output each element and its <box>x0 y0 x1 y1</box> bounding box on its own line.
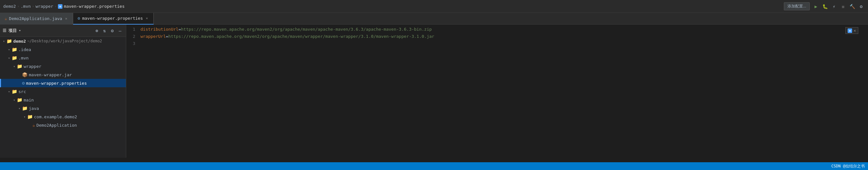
folder-idea-icon: 📁 <box>12 47 17 52</box>
props-file-icon: ⚙ <box>78 16 80 21</box>
folder-src-icon: 📁 <box>12 89 17 94</box>
new-file-icon[interactable]: ⊕ <box>94 28 100 34</box>
folder-java-icon: 📁 <box>22 106 28 111</box>
sidebar: ☰ 项目 ▾ ⊕ ⇅ ⚙ — ▾ 📁 demo2 ~/Desktop/work/… <box>0 25 126 158</box>
tree-item-java[interactable]: ▾ 📁 java <box>0 104 126 112</box>
breadcrumb-sep-2: › <box>32 4 34 8</box>
key-1: distributionUrl <box>141 27 178 32</box>
line-num-1: 1 <box>126 26 135 33</box>
tab-demo2application-label: Demo2Application.java <box>9 16 62 21</box>
minimize-icon[interactable]: — <box>117 28 123 34</box>
folder-wrapper-icon: 📁 <box>17 64 22 69</box>
settings-sidebar-icon[interactable]: ⚙ <box>109 28 116 34</box>
val-1: https://repo.maven.apache.org/maven2/org… <box>181 27 432 32</box>
jar-file-icon: 📦 <box>22 72 28 77</box>
selection-stripe <box>0 121 1 129</box>
tree-item-jar[interactable]: ▾ 📦 maven-wrapper.jar <box>0 70 126 79</box>
status-right: CSDN @拉结尔之书 <box>831 164 865 169</box>
breadcrumb-sep-1: › <box>17 4 20 8</box>
collapse-icon[interactable]: ⇅ <box>101 28 108 34</box>
tree-label-package: com.example.demo2 <box>34 114 77 119</box>
breadcrumb-sep-3: › <box>55 4 57 8</box>
tree-item-wrapper[interactable]: ▾ 📁 wrapper <box>0 62 126 70</box>
stop-icon[interactable]: ◼ <box>839 3 847 10</box>
arrow-demo2: ▾ <box>1 38 6 44</box>
tree-label-src: src <box>19 89 26 94</box>
action-icons: ▶ 🐛 ⚡ ◼ 🔨 ⚙ <box>812 3 865 10</box>
key-2: wrapperUrl <box>141 34 166 39</box>
folder-mvn-icon: 📁 <box>12 55 17 61</box>
selection-stripe <box>0 54 1 62</box>
breadcrumb-wrapper[interactable]: wrapper <box>36 4 53 9</box>
tree-label-idea: .idea <box>19 47 31 52</box>
arrow-wrapper: ▾ <box>12 64 17 69</box>
tree-label-jar: maven-wrapper.jar <box>29 72 72 77</box>
tree-item-mvn[interactable]: ▾ 📁 .mvn <box>0 54 126 62</box>
folder-package-icon: 📁 <box>27 114 33 119</box>
selection-stripe <box>0 70 1 79</box>
arrow-package: ▾ <box>22 114 27 119</box>
maven-icon: m <box>58 4 62 9</box>
line-num-3: 3 <box>126 40 135 47</box>
tree-item-idea[interactable]: ▾ 📁 .idea <box>0 45 126 54</box>
breadcrumb-file[interactable]: maven-wrapper.properties <box>64 4 125 9</box>
build-icon[interactable]: 🔨 <box>848 3 856 10</box>
tab-maven-wrapper-close[interactable]: ✕ <box>145 16 149 21</box>
sidebar-title: ☰ 项目 ▾ <box>3 28 21 34</box>
tab-maven-wrapper-label: maven-wrapper.properties <box>82 16 143 21</box>
run-icon[interactable]: ▶ <box>812 3 819 10</box>
tab-demo2application[interactable]: ☕ Demo2Application.java ✕ <box>0 13 73 25</box>
tree-label-demo2: demo2 <box>13 39 26 44</box>
selection-stripe <box>0 96 1 104</box>
code-line-2: wrapperUrl=https://repo.maven.apache.org… <box>141 33 868 40</box>
editor-content: 1 2 3 distributionUrl=https://repo.maven… <box>126 25 868 47</box>
tab-maven-wrapper-properties[interactable]: ⚙ maven-wrapper.properties ✕ <box>73 13 154 25</box>
status-bar: CSDN @拉结尔之书 <box>0 162 868 170</box>
selection-stripe <box>0 104 1 112</box>
editor-area[interactable]: 1 2 3 distributionUrl=https://repo.maven… <box>126 25 868 158</box>
tree-item-src[interactable]: ▾ 📁 src <box>0 87 126 96</box>
breadcrumb-demo2[interactable]: demo2 <box>3 4 16 9</box>
add-config-button[interactable]: 添加配置... <box>784 2 810 10</box>
tree-label-main: main <box>24 98 34 102</box>
arrow-src: ▾ <box>6 89 12 94</box>
breadcrumb-mvn[interactable]: .mvn <box>21 4 31 9</box>
tree-item-package[interactable]: ▾ 📁 com.example.demo2 <box>0 112 126 121</box>
code-lines: distributionUrl=https://repo.maven.apach… <box>139 26 868 47</box>
sidebar-header: ☰ 项目 ▾ ⊕ ⇅ ⚙ — <box>0 25 126 37</box>
tree-item-demo2application[interactable]: ▾ ☕ Demo2Application <box>0 121 126 129</box>
sidebar-actions: ⊕ ⇅ ⚙ — <box>94 28 123 34</box>
profile-icon[interactable]: ⚡ <box>831 3 838 10</box>
code-line-3 <box>141 40 868 47</box>
props-file-tree-icon: ⚙ <box>22 80 25 86</box>
selection-stripe <box>0 62 1 70</box>
arrow-main: ▾ <box>12 97 17 102</box>
tree-item-demo2[interactable]: ▾ 📁 demo2 ~/Desktop/work/javaProject/dem… <box>0 37 126 45</box>
java-file-icon: ☕ <box>4 16 7 21</box>
debug-icon[interactable]: 🐛 <box>822 3 829 10</box>
selection-stripe <box>0 45 1 54</box>
editor-popup: m ✕ <box>845 27 858 34</box>
tab-bar: ☕ Demo2Application.java ✕ ⚙ maven-wrappe… <box>0 13 868 25</box>
tree-label-properties: maven-wrapper.properties <box>26 81 87 86</box>
folder-demo2-icon: 📁 <box>6 38 12 44</box>
breadcrumb: demo2 › .mvn › wrapper › m maven-wrapper… <box>3 4 125 9</box>
code-line-1: distributionUrl=https://repo.maven.apach… <box>141 26 868 33</box>
top-bar-actions: 添加配置... ▶ 🐛 ⚡ ◼ 🔨 ⚙ <box>784 2 865 10</box>
tree-label-mvn: .mvn <box>19 56 29 61</box>
folder-main-icon: 📁 <box>17 97 22 102</box>
tree-label-wrapper: wrapper <box>24 64 41 69</box>
eq-2: = <box>166 34 168 39</box>
selection-stripe <box>0 79 1 87</box>
sidebar-title-icon: ☰ <box>3 28 6 33</box>
tree-item-main[interactable]: ▾ 📁 main <box>0 96 126 104</box>
popup-close-button[interactable]: ✕ <box>854 28 856 33</box>
selection-stripe <box>0 112 1 121</box>
tab-demo2application-close[interactable]: ✕ <box>64 16 68 21</box>
val-2: https://repo.maven.apache.org/maven2/org… <box>168 34 434 39</box>
tree-label-java: java <box>29 106 39 111</box>
tree-item-properties[interactable]: ▾ ⚙ maven-wrapper.properties <box>0 79 126 87</box>
line-numbers: 1 2 3 <box>126 26 139 47</box>
dropdown-icon: ▾ <box>19 28 21 33</box>
settings-icon[interactable]: ⚙ <box>858 3 865 10</box>
